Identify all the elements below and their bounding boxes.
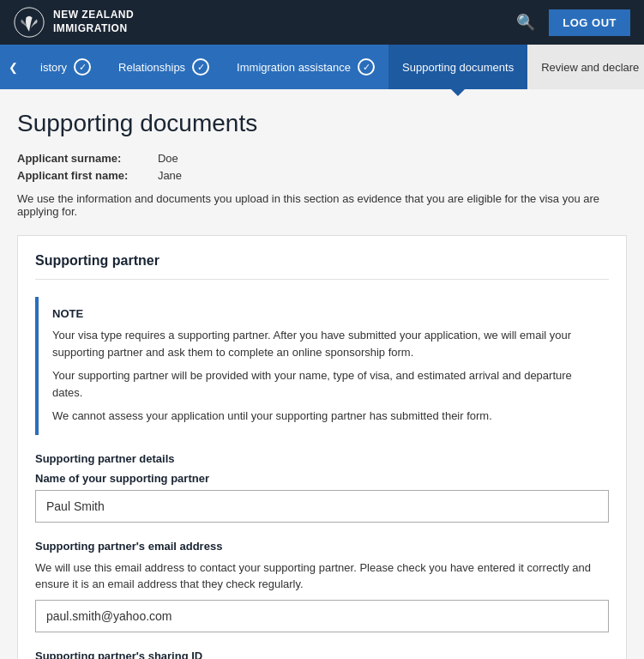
immigration-check-icon: ✓ (358, 58, 375, 76)
supporting-tab-label: Supporting documents (402, 61, 514, 74)
surname-value: Doe (158, 152, 178, 165)
email-input[interactable] (35, 600, 609, 632)
review-tab-label: Review and declare (541, 61, 639, 74)
search-icon: 🔍 (516, 14, 535, 31)
logo: NEW ZEALAND IMMIGRATION (14, 7, 134, 38)
name-field-section: Name of your supporting partner (35, 472, 609, 536)
nav-tab-review[interactable]: Review and declare (527, 45, 644, 89)
sharing-id-section-title: Supporting partner's sharing ID (35, 650, 609, 660)
history-tab-label: istory (40, 61, 67, 74)
note-para1: Your visa type requires a supporting par… (52, 327, 595, 360)
history-check-icon: ✓ (74, 58, 91, 76)
immigration-tab-label: Immigration assistance (237, 61, 351, 74)
nav-tab-immigration[interactable]: Immigration assistance ✓ (223, 45, 388, 89)
firstname-value: Jane (158, 169, 182, 182)
email-section-title: Supporting partner's email address (35, 540, 609, 553)
header-right: 🔍 LOG OUT (516, 9, 630, 36)
main-content: Supporting documents Applicant surname: … (0, 89, 644, 659)
nav-tab-relationships[interactable]: Relationships ✓ (105, 45, 223, 89)
note-box: NOTE Your visa type requires a supportin… (35, 297, 609, 435)
nz-immigration-logo (14, 7, 45, 38)
partner-details-section-title: Supporting partner details (35, 452, 609, 465)
note-title: NOTE (52, 307, 595, 320)
logout-button[interactable]: LOG OUT (549, 9, 630, 36)
applicant-firstname-row: Applicant first name: Jane (17, 168, 627, 182)
search-button[interactable]: 🔍 (516, 13, 535, 32)
firstname-label: Applicant first name: (17, 169, 154, 182)
app-header: NEW ZEALAND IMMIGRATION 🔍 LOG OUT (0, 0, 644, 45)
note-para2: Your supporting partner will be provided… (52, 367, 595, 401)
sharing-id-field-section: Supporting partner's sharing ID Contact … (35, 650, 609, 660)
card-title: Supporting partner (35, 253, 609, 280)
note-para3: We cannot assess your application until … (52, 408, 595, 425)
logo-text: NEW ZEALAND IMMIGRATION (53, 9, 134, 35)
name-field-label: Name of your supporting partner (35, 472, 609, 485)
section-info-text: We use the information and documents you… (17, 192, 627, 218)
supporting-partner-card: Supporting partner NOTE Your visa type r… (17, 235, 627, 659)
surname-label: Applicant surname: (17, 152, 154, 165)
relationships-tab-label: Relationships (118, 61, 185, 74)
applicant-surname-row: Applicant surname: Doe (17, 151, 627, 165)
progress-nav: ❮ istory ✓ Relationships ✓ Immigration a… (0, 45, 644, 89)
nav-back-arrow[interactable]: ❮ (0, 45, 27, 89)
relationships-check-icon: ✓ (192, 58, 209, 76)
name-input[interactable] (35, 490, 609, 523)
nav-tab-supporting-docs[interactable]: Supporting documents (388, 45, 527, 89)
back-icon: ❮ (9, 61, 18, 74)
email-description: We will use this email address to contac… (35, 559, 609, 593)
page-title: Supporting documents (17, 110, 627, 137)
email-field-section: Supporting partner's email address We wi… (35, 540, 609, 646)
nav-tab-history[interactable]: istory ✓ (27, 45, 105, 89)
